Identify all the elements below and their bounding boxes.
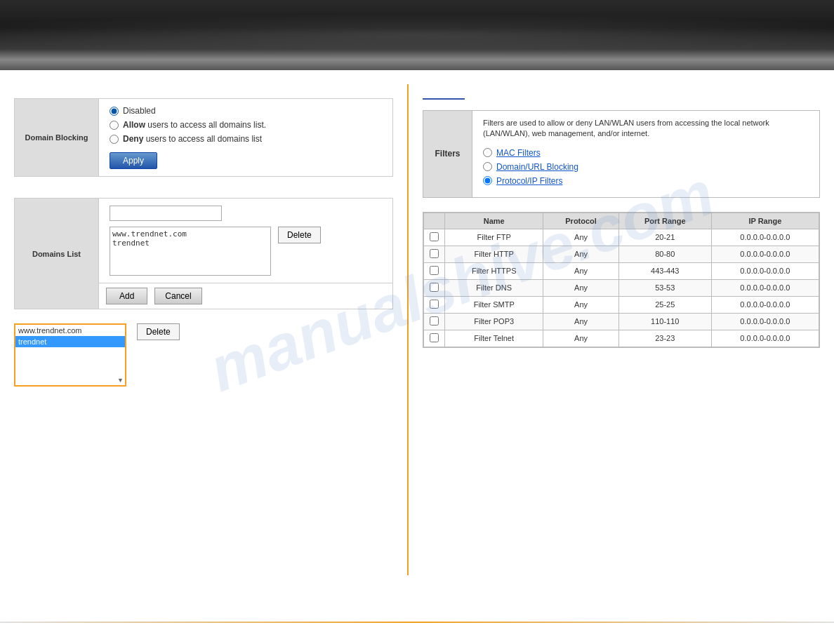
row-protocol-1: Any — [543, 246, 618, 262]
domain-url-row: Domain/URL Blocking — [483, 162, 809, 172]
option-allow-row: Allow users to access all domains list. — [110, 120, 382, 130]
delete-domains-button[interactable]: Delete — [278, 227, 321, 243]
domain-listbox[interactable]: www.trendnet.com trendnet ▼ — [14, 323, 126, 387]
row-checkbox-cell — [424, 296, 445, 313]
row-protocol-4: Any — [543, 296, 618, 313]
filters-table: Name Protocol Port Range IP Range Filter… — [423, 213, 819, 347]
domains-textarea[interactable]: www.trendnet.com trendnet — [110, 227, 271, 276]
row-name-3: Filter DNS — [445, 279, 543, 296]
row-name-0: Filter FTP — [445, 229, 543, 246]
row-checkbox-cell — [424, 262, 445, 279]
domain-listbox-container: www.trendnet.com trendnet ▼ — [14, 323, 126, 387]
table-row: Filter HTTPS Any 443-443 0.0.0.0-0.0.0.0 — [424, 262, 819, 279]
table-row: Filter Telnet Any 23-23 0.0.0.0-0.0.0.0 — [424, 330, 819, 347]
domain-zoom-section: www.trendnet.com trendnet ▼ Delete — [14, 323, 393, 387]
row-port-range-0: 20-21 — [618, 229, 711, 246]
row-checkbox-cell — [424, 246, 445, 262]
filters-description-text: Filters are used to allow or deny LAN/WL… — [483, 118, 809, 140]
row-port-range-3: 53-53 — [618, 279, 711, 296]
domains-list-content: www.trendnet.com trendnet Delete — [99, 199, 392, 283]
option-disabled-label: Disabled — [123, 106, 156, 116]
col-name: Name — [445, 213, 543, 229]
apply-button[interactable]: Apply — [110, 152, 157, 169]
option-allow-label: Allow users to access all domains list. — [123, 120, 266, 130]
domain-url-label: Domain/URL Blocking — [496, 162, 578, 172]
row-port-range-2: 443-443 — [618, 262, 711, 279]
table-row: Filter FTP Any 20-21 0.0.0.0-0.0.0.0 — [424, 229, 819, 246]
table-row: Filter DNS Any 53-53 0.0.0.0-0.0.0.0 — [424, 279, 819, 296]
protocol-ip-radio[interactable] — [483, 176, 492, 185]
option-allow-radio[interactable] — [110, 121, 119, 130]
row-port-range-5: 110-110 — [618, 313, 711, 330]
filters-description-box: Filters Filters are used to allow or den… — [423, 110, 820, 198]
row-protocol-0: Any — [543, 229, 618, 246]
protocol-ip-row: Protocol/IP Filters — [483, 176, 809, 186]
col-ip-range: IP Range — [711, 213, 819, 229]
domains-list-wrapper: www.trendnet.com trendnet Delete Add Can… — [99, 199, 392, 309]
filters-label: Filters — [423, 111, 472, 197]
row-protocol-5: Any — [543, 313, 618, 330]
domain-listbox-item-1[interactable]: www.trendnet.com — [15, 325, 125, 336]
domains-action-row: Add Cancel — [99, 283, 392, 309]
underline-decoration — [423, 98, 465, 100]
domain-url-radio[interactable] — [483, 162, 492, 171]
left-panel: Domain Blocking Disabled Allow users to … — [0, 84, 407, 575]
mac-filters-row: MAC Filters — [483, 148, 809, 158]
row-checkbox-cell — [424, 330, 445, 347]
row-protocol-3: Any — [543, 279, 618, 296]
col-checkbox — [424, 213, 445, 229]
row-ip-range-6: 0.0.0.0-0.0.0.0 — [711, 330, 819, 347]
row-checkbox-0[interactable] — [430, 232, 439, 241]
row-ip-range-4: 0.0.0.0-0.0.0.0 — [711, 296, 819, 313]
domains-list-label: Domains List — [15, 199, 99, 309]
row-name-1: Filter HTTP — [445, 246, 543, 262]
row-checkbox-4[interactable] — [430, 300, 439, 309]
option-deny-label: Deny users to access all domains list — [123, 134, 262, 144]
table-row: Filter SMTP Any 25-25 0.0.0.0-0.0.0.0 — [424, 296, 819, 313]
delete-zoom-button[interactable]: Delete — [137, 323, 180, 340]
domain-blocking-content: Disabled Allow users to access all domai… — [99, 99, 392, 176]
right-panel: Filters Filters are used to allow or den… — [409, 84, 834, 575]
filters-content: Filters are used to allow or deny LAN/WL… — [472, 111, 819, 197]
mac-filters-radio[interactable] — [483, 148, 492, 157]
table-row: Filter HTTP Any 80-80 0.0.0.0-0.0.0.0 — [424, 246, 819, 262]
row-checkbox-6[interactable] — [430, 333, 439, 342]
domain-listbox-item-2[interactable]: trendnet — [15, 336, 125, 347]
protocol-ip-label: Protocol/IP Filters — [496, 176, 562, 186]
row-checkbox-cell — [424, 313, 445, 330]
row-checkbox-3[interactable] — [430, 283, 439, 292]
domains-list-section: Domains List www.trendnet.com trendnet D… — [14, 198, 393, 309]
cancel-domain-button[interactable]: Cancel — [154, 288, 201, 304]
row-port-range-4: 25-25 — [618, 296, 711, 313]
header-banner — [0, 0, 834, 70]
row-protocol-2: Any — [543, 262, 618, 279]
option-disabled-row: Disabled — [110, 106, 382, 116]
row-ip-range-2: 0.0.0.0-0.0.0.0 — [711, 262, 819, 279]
add-domain-button[interactable]: Add — [106, 288, 147, 304]
row-name-6: Filter Telnet — [445, 330, 543, 347]
row-name-4: Filter SMTP — [445, 296, 543, 313]
row-checkbox-cell — [424, 279, 445, 296]
row-checkbox-1[interactable] — [430, 249, 439, 258]
row-ip-range-5: 0.0.0.0-0.0.0.0 — [711, 313, 819, 330]
row-name-5: Filter POP3 — [445, 313, 543, 330]
row-protocol-6: Any — [543, 330, 618, 347]
option-deny-row: Deny users to access all domains list — [110, 134, 382, 144]
col-port-range: Port Range — [618, 213, 711, 229]
option-disabled-radio[interactable] — [110, 107, 119, 116]
row-checkbox-5[interactable] — [430, 316, 439, 326]
row-checkbox-cell — [424, 229, 445, 246]
row-port-range-1: 80-80 — [618, 246, 711, 262]
row-checkbox-2[interactable] — [430, 266, 439, 275]
row-port-range-6: 23-23 — [618, 330, 711, 347]
option-deny-radio[interactable] — [110, 135, 119, 144]
domain-input-field[interactable] — [110, 206, 222, 221]
row-ip-range-0: 0.0.0.0-0.0.0.0 — [711, 229, 819, 246]
table-row: Filter POP3 Any 110-110 0.0.0.0-0.0.0.0 — [424, 313, 819, 330]
row-ip-range-1: 0.0.0.0-0.0.0.0 — [711, 246, 819, 262]
table-header-row: Name Protocol Port Range IP Range — [424, 213, 819, 229]
scroll-down-arrow: ▼ — [117, 377, 124, 384]
footer-line — [0, 622, 834, 623]
row-ip-range-3: 0.0.0.0-0.0.0.0 — [711, 279, 819, 296]
row-name-2: Filter HTTPS — [445, 262, 543, 279]
